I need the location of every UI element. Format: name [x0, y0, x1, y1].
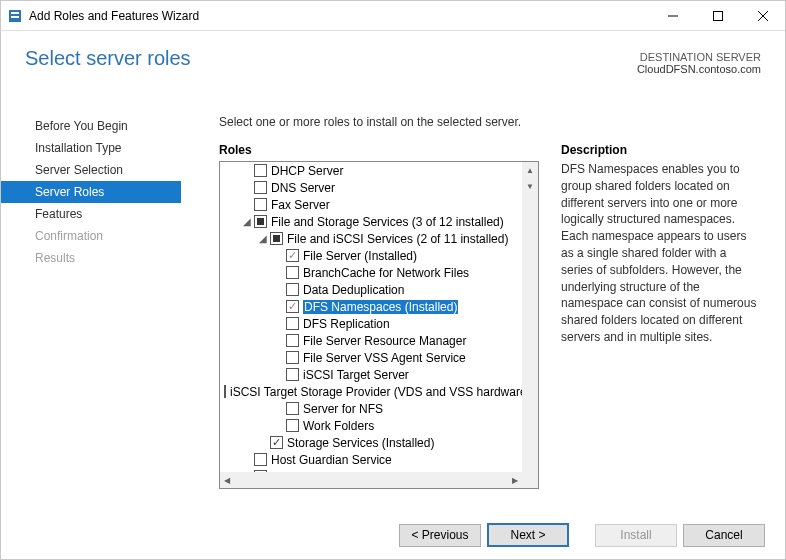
checkbox[interactable] [254, 198, 267, 211]
description-text: DFS Namespaces enables you to group shar… [561, 161, 761, 346]
tree-node-label[interactable]: File and Storage Services (3 of 12 insta… [271, 215, 504, 229]
checkbox[interactable] [254, 164, 267, 177]
tree-node-label[interactable]: Data Deduplication [303, 283, 404, 297]
roles-tree-box: DHCP ServerDNS ServerFax Server◢File and… [219, 161, 539, 489]
close-button[interactable] [740, 1, 785, 30]
tree-node-label[interactable]: DHCP Server [271, 164, 343, 178]
tree-row[interactable]: Server for NFS [220, 400, 522, 417]
app-icon [7, 8, 23, 24]
minimize-button[interactable] [650, 1, 695, 30]
page-title: Select server roles [25, 47, 191, 70]
maximize-button[interactable] [695, 1, 740, 30]
checkbox[interactable] [286, 266, 299, 279]
tree-node-label[interactable]: File Server VSS Agent Service [303, 351, 466, 365]
nav-server-selection[interactable]: Server Selection [1, 159, 181, 181]
tree-row[interactable]: DNS Server [220, 179, 522, 196]
instruction-text: Select one or more roles to install on t… [219, 115, 761, 129]
tree-node-label[interactable]: Server for NFS [303, 402, 383, 416]
checkbox[interactable] [270, 436, 283, 449]
checkbox[interactable] [286, 351, 299, 364]
tree-row[interactable]: Work Folders [220, 417, 522, 434]
checkbox[interactable] [224, 385, 226, 398]
destination-block: DESTINATION SERVER CloudDFSN.contoso.com [637, 47, 761, 75]
window-controls [650, 1, 785, 30]
tree-node-label[interactable]: File Server Resource Manager [303, 334, 466, 348]
tree-node-label[interactable]: DFS Replication [303, 317, 390, 331]
scroll-right-icon[interactable]: ▶ [512, 476, 518, 485]
expander-icon[interactable]: ◢ [240, 216, 254, 227]
scroll-corner [522, 472, 538, 488]
tree-row[interactable]: ◢File and iSCSI Services (2 of 11 instal… [220, 230, 522, 247]
tree-row[interactable]: DFS Namespaces (Installed) [220, 298, 522, 315]
svg-rect-1 [11, 12, 19, 14]
tree-node-label[interactable]: BranchCache for Network Files [303, 266, 469, 280]
tree-node-label[interactable]: iSCSI Target Storage Provider (VDS and V… [230, 385, 522, 399]
checkbox[interactable] [286, 402, 299, 415]
tree-node-label[interactable]: DNS Server [271, 181, 335, 195]
expander-icon[interactable]: ◢ [256, 233, 270, 244]
tree-node-label[interactable]: Storage Services (Installed) [287, 436, 434, 450]
tree-node-label[interactable]: Work Folders [303, 419, 374, 433]
tree-row[interactable]: BranchCache for Network Files [220, 264, 522, 281]
nav-before-you-begin[interactable]: Before You Begin [1, 115, 181, 137]
nav-results: Results [1, 247, 181, 269]
tree-row[interactable]: iSCSI Target Storage Provider (VDS and V… [220, 383, 522, 400]
checkbox[interactable] [286, 317, 299, 330]
destination-label: DESTINATION SERVER [637, 51, 761, 63]
checkbox[interactable] [254, 181, 267, 194]
nav-confirmation: Confirmation [1, 225, 181, 247]
roles-label: Roles [219, 143, 539, 157]
tree-row[interactable]: DFS Replication [220, 315, 522, 332]
tree-row[interactable]: Data Deduplication [220, 281, 522, 298]
content-zone: Select one or more roles to install on t… [181, 103, 785, 511]
checkbox[interactable] [286, 300, 299, 313]
tree-row[interactable]: Host Guardian Service [220, 451, 522, 468]
tree-row[interactable]: File Server Resource Manager [220, 332, 522, 349]
horizontal-scrollbar[interactable]: ◀ ▶ [220, 472, 522, 488]
tree-node-label[interactable]: iSCSI Target Server [303, 368, 409, 382]
tree-row[interactable]: Storage Services (Installed) [220, 434, 522, 451]
next-button[interactable]: Next > [487, 523, 569, 547]
tree-row[interactable]: File Server VSS Agent Service [220, 349, 522, 366]
tree-row[interactable]: Fax Server [220, 196, 522, 213]
vertical-scrollbar[interactable]: ▲ ▼ [522, 162, 538, 472]
tree-node-label[interactable]: File Server (Installed) [303, 249, 417, 263]
title-bar: Add Roles and Features Wizard [1, 1, 785, 31]
roles-tree[interactable]: DHCP ServerDNS ServerFax Server◢File and… [220, 162, 522, 472]
checkbox[interactable] [286, 419, 299, 432]
nav-server-roles[interactable]: Server Roles [1, 181, 181, 203]
scroll-down-icon[interactable]: ▼ [522, 178, 538, 194]
previous-button[interactable]: < Previous [399, 524, 481, 547]
nav-features[interactable]: Features [1, 203, 181, 225]
tree-node-label[interactable]: Fax Server [271, 198, 330, 212]
checkbox[interactable] [254, 453, 267, 466]
tree-node-label[interactable]: Host Guardian Service [271, 453, 392, 467]
scroll-up-icon[interactable]: ▲ [522, 162, 538, 178]
content-columns: Roles DHCP ServerDNS ServerFax Server◢Fi… [219, 143, 761, 511]
scroll-left-icon[interactable]: ◀ [224, 476, 230, 485]
tree-node-label[interactable]: File and iSCSI Services (2 of 11 install… [287, 232, 508, 246]
tree-row[interactable]: ◢File and Storage Services (3 of 12 inst… [220, 213, 522, 230]
checkbox[interactable] [254, 215, 267, 228]
window-title: Add Roles and Features Wizard [29, 9, 650, 23]
wizard-window: Add Roles and Features Wizard Select ser… [0, 0, 786, 560]
checkbox[interactable] [286, 249, 299, 262]
svg-rect-4 [713, 11, 722, 20]
tree-row[interactable]: File Server (Installed) [220, 247, 522, 264]
tree-node-label[interactable]: DFS Namespaces (Installed) [303, 300, 458, 314]
checkbox[interactable] [270, 232, 283, 245]
tree-row[interactable]: iSCSI Target Server [220, 366, 522, 383]
footer-bar: < Previous Next > Install Cancel [1, 511, 785, 559]
wizard-nav: Before You Begin Installation Type Serve… [1, 103, 181, 511]
description-label: Description [561, 143, 761, 157]
checkbox[interactable] [286, 283, 299, 296]
nav-installation-type[interactable]: Installation Type [1, 137, 181, 159]
checkbox[interactable] [286, 368, 299, 381]
checkbox[interactable] [286, 334, 299, 347]
main-area: Before You Begin Installation Type Serve… [1, 103, 785, 511]
tree-row[interactable]: DHCP Server [220, 162, 522, 179]
destination-server: CloudDFSN.contoso.com [637, 63, 761, 75]
cancel-button[interactable]: Cancel [683, 524, 765, 547]
header-zone: Select server roles DESTINATION SERVER C… [1, 31, 785, 103]
install-button: Install [595, 524, 677, 547]
